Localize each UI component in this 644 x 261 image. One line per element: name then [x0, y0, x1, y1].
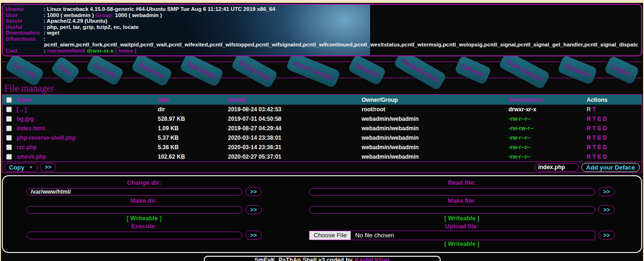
- permissions-value[interactable]: -rw-r--r--: [508, 144, 587, 151]
- nav-tabs: Sec. Info Files Console Bypasser Safe Mo…: [1, 56, 643, 84]
- table-header-row: Name Size Modify Owner/Group Permissions…: [2, 95, 642, 105]
- permissions-value[interactable]: -rw-r--r--: [508, 116, 587, 122]
- table-row-php-reverse-shell: php-reverse-shell.php 5.37 KB 2020-03-14…: [2, 133, 642, 143]
- group-value: 1000 ( webadmin ): [115, 12, 162, 18]
- select-all-checkbox[interactable]: [6, 97, 12, 103]
- author-link[interactable]: Kashif Khan: [355, 257, 390, 261]
- table-row-rzc-php: rzc.php 5.36 KB 2020-03-14 23:36:31 weba…: [2, 143, 642, 152]
- make-file-input[interactable]: [309, 206, 595, 214]
- credit-text: SmEvK_PaThAn Shell v3 coded by: [254, 257, 353, 261]
- cwd-permissions: drwxr-xr-x: [87, 48, 113, 54]
- file-link[interactable]: rzc.php: [17, 144, 158, 151]
- col-actions: Actions: [587, 97, 642, 103]
- tab-bypasser[interactable]: Bypasser: [130, 53, 172, 87]
- user-line: User: 1000 ( webadmin ) Group: 1000 ( we…: [6, 12, 638, 18]
- tab-safe-mode[interactable]: Safe Mode: [179, 53, 224, 87]
- execute-input[interactable]: [27, 232, 242, 239]
- table-row-smevk-php: smevk.php 102.62 KB 2020-02-27 05:37:01 …: [2, 152, 642, 162]
- row-checkbox[interactable]: [6, 154, 12, 160]
- server-label: Server: [6, 18, 44, 24]
- downloaders-line: Downloaders: wget: [6, 30, 638, 36]
- col-owner-group: Owner/Group: [362, 97, 508, 103]
- shell-credit-banner: SmEvK_PaThAn Shell v3 coded by Kashif Kh…: [204, 256, 441, 261]
- uname-line: Uname: Linux traceback 4.15.0-58-generic…: [6, 6, 638, 12]
- no-file-chosen-text: No file chosen: [351, 232, 394, 239]
- row-checkbox[interactable]: [6, 116, 12, 122]
- make-file-go-button[interactable]: >>: [599, 205, 615, 214]
- row-checkbox[interactable]: [6, 135, 12, 141]
- downloaders-value: wget: [47, 30, 59, 36]
- dfunctions-list: pcntl_alarm,pcntl_fork,pcntl_waitpid,pcn…: [6, 42, 638, 48]
- uname-label: Uname: [6, 6, 44, 12]
- tab-files[interactable]: Files: [50, 55, 80, 84]
- tab-domains[interactable]: Domains: [557, 55, 598, 85]
- deface-filename-input[interactable]: [535, 163, 579, 171]
- useful-value: php, perl, tar, gzip, bzip2, nc, locate: [47, 24, 139, 30]
- row-actions[interactable]: R T E D: [587, 144, 642, 151]
- file-link[interactable]: index.html: [17, 125, 158, 132]
- row-checkbox[interactable]: [6, 107, 12, 112]
- col-modify: Modify: [228, 97, 362, 103]
- file-link[interactable]: bg.jpg: [17, 116, 158, 122]
- permissions-value[interactable]: drwxr-xr-x: [508, 106, 587, 113]
- read-file-label: Read file:: [309, 179, 615, 187]
- execute-label: Execute:: [27, 222, 262, 230]
- add-deface-button[interactable]: Add your Deface: [581, 163, 640, 172]
- row-checkbox[interactable]: [6, 126, 12, 131]
- tab-sec-info[interactable]: Sec. Info: [5, 53, 45, 87]
- col-size: Size: [158, 97, 228, 103]
- dir-link[interactable]: [ .. ]: [17, 106, 158, 113]
- dfunctions-line: D/functions:: [6, 36, 638, 42]
- col-permissions: Permissions: [508, 97, 587, 103]
- execute-go-button[interactable]: >>: [245, 231, 262, 240]
- webshell-page: Uname: Linux traceback 4.15.0-58-generic…: [0, 0, 644, 261]
- permissions-value[interactable]: -rw-r--r--: [508, 153, 587, 160]
- make-dir-go-button[interactable]: >>: [245, 205, 262, 214]
- bulk-action-select[interactable]: Copy ▼: [4, 163, 37, 172]
- choose-file-button[interactable]: Choose File: [309, 231, 351, 240]
- tab-console[interactable]: Console: [85, 54, 125, 87]
- read-file-go-button[interactable]: >>: [599, 187, 615, 196]
- make-dir-input[interactable]: [27, 206, 242, 214]
- tab-logout[interactable]: Logout: [604, 55, 640, 85]
- tab-defacer[interactable]: Defacer: [454, 55, 491, 85]
- table-row-bg-jpg: bg.jpg 528.97 KB 2019-07-31 04:50:58 web…: [2, 114, 642, 124]
- upload-file-label: Upload file:: [309, 222, 615, 230]
- cwd-home-link[interactable]: [ home ]: [115, 48, 136, 54]
- row-actions[interactable]: R T E D: [587, 153, 642, 160]
- change-dir-input[interactable]: [27, 188, 242, 196]
- file-manager-table: Name Size Modify Owner/Group Permissions…: [2, 94, 642, 173]
- cwd-label: Cwd: [6, 48, 44, 54]
- permissions-value[interactable]: -rw-rw-r--: [508, 125, 587, 132]
- row-checkbox[interactable]: [6, 144, 12, 150]
- operations-panel: Change dir: >> Make dir: >> [ Writeable …: [2, 175, 642, 253]
- upload-file-input[interactable]: Choose File No file chosen: [309, 231, 595, 240]
- server-value: Apache/2.4.29 (Ubuntu): [47, 18, 108, 24]
- action-rename[interactable]: R: [587, 106, 591, 113]
- upload-go-button[interactable]: >>: [599, 231, 615, 240]
- chevron-down-icon: ▼: [29, 165, 33, 170]
- useful-line: Useful: php, perl, tar, gzip, bzip2, nc,…: [6, 24, 638, 30]
- action-touch[interactable]: T: [592, 106, 596, 113]
- row-actions[interactable]: R T E D: [587, 125, 642, 132]
- table-row-index-html: index.html 1.09 KB 2019-08-27 04:29:44 w…: [2, 124, 642, 133]
- user-label: User: [6, 12, 44, 18]
- file-link[interactable]: smevk.php: [17, 153, 158, 160]
- change-dir-go-button[interactable]: >>: [245, 187, 262, 196]
- user-value: 1000 ( webadmin ): [47, 12, 94, 18]
- read-file-input[interactable]: [309, 188, 595, 196]
- row-actions[interactable]: R T E D: [587, 135, 642, 141]
- bulk-action-go-button[interactable]: >>: [40, 163, 56, 171]
- cwd-path-link[interactable]: /var/www/html/: [47, 48, 85, 54]
- main-content: Uname: Linux traceback 4.15.0-58-generic…: [1, 3, 643, 261]
- table-footer-bar: Copy ▼ >> Add your Deface: [2, 162, 642, 172]
- tab-network[interactable]: Network: [347, 54, 387, 86]
- make-file-writeable-status: [ Writeable ]: [309, 215, 615, 222]
- row-actions[interactable]: R T E D: [587, 116, 642, 122]
- useful-label: Useful: [6, 24, 44, 30]
- table-row-parent-dir: [ .. ] dir 2019-08-24 03:42:53 root/root…: [2, 105, 642, 114]
- file-link[interactable]: php-reverse-shell.php: [17, 135, 158, 141]
- make-dir-writeable-status: [ Writeable ]: [27, 215, 262, 222]
- upload-writeable-status: [ Writeable ]: [309, 240, 615, 248]
- permissions-value[interactable]: -rw-r--r--: [508, 135, 587, 141]
